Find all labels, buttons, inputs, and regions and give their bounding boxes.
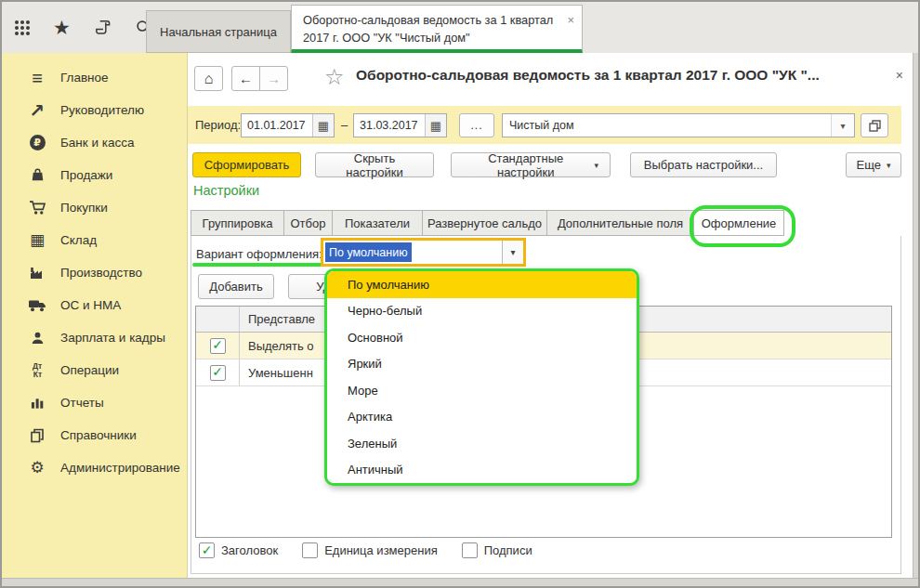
option-osnovnoj[interactable]: Основной (327, 324, 637, 351)
top-panel: ★ Начальная страница Оборотно-сальдовая … (2, 2, 918, 54)
back-button[interactable]: ← (231, 66, 260, 91)
sidebar-item-operacii[interactable]: ДтКт Операции (2, 354, 187, 386)
standard-settings-button[interactable]: Стандартные настройки ▾ (451, 152, 611, 177)
sidebar-item-label: Справочники (60, 428, 137, 442)
forward-button[interactable]: → (259, 66, 288, 91)
sidebar-item-label: Отчеты (60, 396, 104, 410)
check-icon: ✓ (202, 543, 213, 556)
settings-tab-razvernutoe-saldo[interactable]: Развернутое сальдо (422, 210, 546, 236)
checkbox-label: Единица измерения (324, 543, 438, 557)
home-button[interactable]: ⌂ (194, 66, 223, 91)
sidebar-item-label: Банк и касса (60, 136, 135, 150)
chevron-down-icon[interactable]: ▾ (502, 241, 523, 264)
sidebar-item-label: Производство (60, 266, 142, 280)
warehouse-grid-icon: ▦ (26, 232, 48, 248)
sections-menu-icon: ≡ (26, 69, 48, 87)
period-bar: Период: 01.01.2017 ▦ – 31.03.2017 ▦ ... … (188, 106, 901, 144)
period-to-value: 31.03.2017 (354, 114, 425, 137)
checkbox[interactable]: ✓ (199, 542, 215, 558)
purchases-cart-icon (26, 200, 48, 216)
sidebar-item-spravochniki[interactable]: Справочники (2, 419, 187, 451)
sidebar-item-label: Зарплата и кадры (60, 331, 165, 345)
favorite-star-icon[interactable]: ☆ (324, 64, 345, 90)
row-checkbox[interactable]: ✓ (210, 338, 226, 354)
checkbox-podpisi[interactable]: Подписи (462, 542, 532, 558)
calendar-icon[interactable]: ▦ (425, 114, 446, 137)
settings-tab-dopolnitelnye-polya[interactable]: Дополнительные поля (546, 210, 693, 236)
window-frame-right (913, 53, 918, 579)
sidebar-item-label: Главное (60, 71, 109, 85)
appearance-dropdown: По умолчанию Черно-белый Основной Яркий … (324, 268, 639, 486)
settings-tab-oformlenie[interactable]: Оформление (693, 210, 784, 236)
settings-tab-pokazateli[interactable]: Показатели (332, 210, 422, 236)
period-label: Период: (195, 118, 241, 132)
sidebar-item-prodazhi[interactable]: Продажи (2, 159, 187, 191)
sidebar-item-proizvodstvo[interactable]: Производство (2, 256, 187, 289)
calendar-icon[interactable]: ▦ (312, 114, 334, 137)
checkbox-zagolovok[interactable]: ✓ Заголовок (199, 542, 278, 558)
chevron-down-icon[interactable]: ▾ (831, 114, 854, 137)
tab-report[interactable]: Оборотно-сальдовая ведомость за 1 кварта… (291, 5, 583, 53)
more-label: Еще (857, 158, 881, 172)
sidebar-item-glavnoe[interactable]: ≡ Главное (2, 61, 187, 94)
open-in-window-button[interactable] (861, 113, 888, 137)
checkbox[interactable] (462, 542, 478, 558)
sidebar-item-rukovoditelyu[interactable]: ↗ Руководителю (2, 94, 187, 126)
factory-icon (26, 266, 48, 280)
gear-icon: ⚙ (26, 460, 48, 476)
variant-combo[interactable]: По умолчанию ▾ (321, 238, 526, 267)
period-to-field[interactable]: 31.03.2017 ▦ (353, 113, 447, 137)
option-antichnyj[interactable]: Античный (327, 457, 637, 484)
history-icon[interactable] (94, 19, 112, 36)
checkbox-label: Подписи (484, 543, 532, 557)
ruble-coin-icon: ₽ (26, 135, 48, 150)
sidebar-item-os-i-nma[interactable]: ОС и НМА (2, 289, 187, 321)
sidebar-item-zarplata-i-kadry[interactable]: Зарплата и кадры (2, 321, 187, 354)
dt-kt-icon: ДтКт (26, 362, 48, 379)
tab-home-page[interactable]: Начальная страница (146, 10, 291, 53)
more-button[interactable]: Еще ▾ (846, 152, 901, 177)
settings-section-title: Настройки (193, 183, 259, 198)
sidebar-item-label: Продажи (60, 168, 112, 182)
open-in-window-icon (869, 120, 881, 132)
sidebar-item-otchety[interactable]: Отчеты (2, 386, 187, 419)
option-cherno-belyj[interactable]: Черно-белый (327, 298, 637, 325)
apps-menu-icon[interactable] (15, 20, 30, 35)
checkbox-edinica-izmereniya[interactable]: Единица измерения (302, 542, 438, 558)
report-toolbar: Сформировать Скрыть настройки Стандартны… (188, 152, 901, 178)
organization-combo[interactable]: Чистый дом ▾ (502, 113, 855, 137)
settings-tab-otbor[interactable]: Отбор (283, 210, 332, 236)
close-icon[interactable]: × (567, 11, 574, 30)
sidebar-item-bank-i-kassa[interactable]: ₽ Банк и касса (2, 126, 187, 159)
chevron-down-icon: ▾ (887, 161, 891, 170)
option-more[interactable]: Море (327, 377, 637, 404)
sidebar-item-administrirovanie[interactable]: ⚙ Администрирование (2, 451, 187, 484)
tab-label: Начальная страница (160, 25, 277, 39)
settings-tabs: Группировка Отбор Показатели Развернутое… (191, 210, 784, 236)
favorites-star-icon[interactable]: ★ (53, 18, 71, 37)
back-arrow-icon: ← (239, 71, 253, 86)
add-button[interactable]: Добавить (198, 274, 274, 299)
report-title: Оборотно-сальдовая ведомость за 1 кварта… (356, 67, 884, 84)
period-from-field[interactable]: 01.01.2017 ▦ (241, 113, 335, 137)
choose-settings-button[interactable]: Выбрать настройки... (630, 152, 777, 177)
checkbox[interactable] (302, 542, 318, 558)
option-zelenyj[interactable]: Зеленый (327, 430, 637, 457)
sidebar-item-sklad[interactable]: ▦ Склад (2, 224, 187, 256)
checkbox-label: Заголовок (221, 543, 278, 557)
period-more-button[interactable]: ... (459, 113, 494, 137)
hide-settings-button[interactable]: Скрыть настройки (315, 152, 434, 177)
row-checkbox[interactable]: ✓ (210, 365, 226, 381)
sidebar-item-label: Покупки (60, 201, 108, 215)
generate-button[interactable]: Сформировать (192, 152, 301, 177)
report-header: ⌂ ← → ☆ Оборотно-сальдовая ведомость за … (188, 53, 913, 106)
sidebar-item-pokupki[interactable]: Покупки (2, 191, 187, 224)
sidebar: ≡ Главное ↗ Руководителю ₽ Банк и касса … (2, 53, 188, 579)
close-icon[interactable]: × (896, 68, 903, 83)
quick-access-icons: ★ (15, 2, 152, 53)
option-yarkij[interactable]: Яркий (327, 351, 637, 378)
standard-settings-label: Стандартные настройки (463, 151, 588, 179)
option-arktika[interactable]: Арктика (327, 404, 637, 431)
settings-tab-gruppirovka[interactable]: Группировка (191, 210, 283, 236)
option-po-umolchaniyu[interactable]: По умолчанию (327, 271, 637, 298)
